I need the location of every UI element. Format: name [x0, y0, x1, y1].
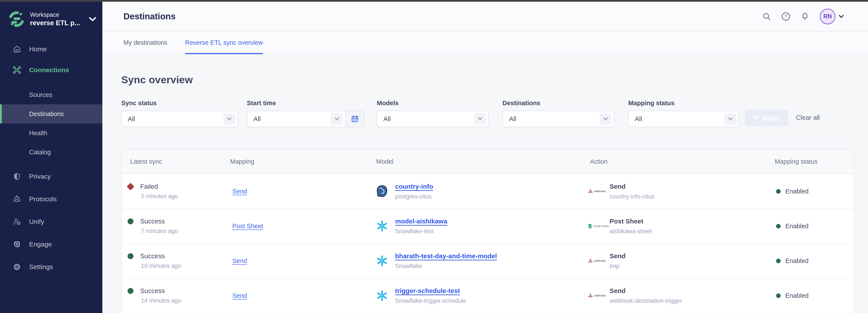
- chevron-down-icon: [331, 113, 343, 125]
- action-name: Send: [610, 183, 654, 190]
- model-link[interactable]: country-info: [395, 183, 433, 190]
- sidebar-subitem-label: Catalog: [29, 149, 51, 156]
- google-sheets-icon: Google Sheets: [588, 224, 610, 228]
- sidebar-item-connections[interactable]: Connections: [0, 60, 102, 81]
- sidebar-subitem-label: Sources: [29, 91, 52, 98]
- shield-icon: [12, 172, 22, 181]
- models-select[interactable]: All: [377, 111, 489, 127]
- main-area: Destinations ? RN My destinations Revers…: [102, 2, 868, 313]
- chevron-down-icon: [89, 17, 96, 22]
- sidebar-item-destinations[interactable]: Destinations: [0, 104, 102, 123]
- workspace-switcher[interactable]: Workspace reverse ETL p...: [0, 2, 102, 27]
- sidebar-item-home[interactable]: Home: [0, 39, 102, 60]
- sync-status: Success: [140, 252, 165, 260]
- tab-my-destinations[interactable]: My destinations: [123, 32, 167, 54]
- sidebar-subitem-label: Health: [29, 130, 48, 137]
- sidebar-item-protocols[interactable]: Protocols: [0, 188, 102, 210]
- mapping-status: Enabled: [785, 292, 808, 299]
- model-source: Snowflake-test: [395, 228, 447, 235]
- table-row: Failed 5 minutes ago Send country-info p…: [122, 174, 854, 209]
- success-status-icon: [128, 218, 133, 224]
- model-source: Snowflake-trigger-schedule: [395, 298, 466, 304]
- mapping-status: Enabled: [785, 188, 808, 195]
- mapping-status-select[interactable]: All: [628, 111, 739, 127]
- chevron-down-icon: [724, 113, 737, 125]
- help-icon[interactable]: ?: [779, 9, 793, 24]
- column-header: Latest sync: [122, 149, 230, 174]
- webhooks-brand-label: webhooks: [594, 190, 606, 193]
- failed-status-icon: [127, 183, 134, 190]
- success-status-icon: [128, 253, 133, 259]
- tab-bar: My destinations Reverse ETL sync overvie…: [102, 32, 868, 54]
- engage-icon: [12, 240, 22, 249]
- workspace-name: reverse ETL p...: [30, 19, 80, 27]
- action-destination: webhook-destination-trigger: [610, 298, 682, 304]
- sync-status: Success: [140, 218, 165, 225]
- clear-all-link[interactable]: Clear all: [796, 114, 820, 121]
- filter-bar: Sync status All Start time All: [121, 99, 854, 127]
- action-cell: Google Sheets Post Sheet aishikawa-sheet: [588, 209, 775, 243]
- mapping-link[interactable]: Send: [232, 257, 247, 264]
- mapping-link[interactable]: Post Sheet: [232, 223, 263, 230]
- model-link[interactable]: trigger-schedule-test: [395, 287, 460, 294]
- notifications-icon[interactable]: [798, 9, 812, 24]
- sidebar-item-engage[interactable]: Engage: [0, 233, 102, 256]
- sidebar-item-label: Unify: [29, 218, 44, 225]
- action-cell: webhooks Send webhook-destination-trigge…: [588, 278, 775, 313]
- sidebar-item-label: Home: [29, 45, 47, 53]
- mapping-status-cell: Enabled: [775, 174, 854, 209]
- model-link[interactable]: bharath-test-day-and-time-model: [395, 252, 497, 260]
- search-icon[interactable]: [760, 9, 774, 24]
- filter-label: Sync status: [121, 99, 238, 107]
- avatar[interactable]: RN: [820, 9, 835, 24]
- mapping-status-cell: Enabled: [775, 278, 854, 313]
- unify-icon: [12, 217, 22, 226]
- chevron-down-icon: [474, 113, 486, 125]
- model-source: Snowflake: [395, 263, 497, 270]
- mapping-link[interactable]: Send: [232, 188, 247, 195]
- success-status-icon: [128, 288, 133, 294]
- sidebar-subitem-label: Destinations: [29, 111, 64, 118]
- enabled-dot-icon: [776, 293, 781, 298]
- sidebar-item-unify[interactable]: Unify: [0, 210, 102, 233]
- model-source: postgres-citus: [395, 193, 433, 200]
- filter-label: Mapping status: [628, 99, 739, 107]
- action-destination: country-info-citus: [610, 193, 654, 200]
- sidebar-item-health[interactable]: Health: [0, 123, 102, 143]
- sync-time: 10 minutes ago: [141, 262, 181, 269]
- model-link[interactable]: model-aishikawa: [395, 218, 447, 225]
- select-value: All: [247, 115, 260, 123]
- sidebar-nav: Home Connections Sources Destinations He…: [0, 39, 102, 278]
- latest-sync-cell: Success 14 minutes ago: [122, 278, 230, 313]
- account-chevron-down-icon[interactable]: [838, 14, 844, 19]
- webhooks-icon: webhooks: [588, 293, 610, 298]
- tab-reverse-etl-sync-overview[interactable]: Reverse ETL sync overview: [185, 32, 263, 54]
- column-header: Model: [375, 149, 588, 174]
- destinations-select[interactable]: All: [502, 111, 614, 127]
- webhooks-icon: webhooks: [588, 259, 610, 263]
- mapping-status-cell: Enabled: [775, 209, 854, 243]
- model-cell: trigger-schedule-test Snowflake-trigger-…: [375, 278, 588, 313]
- action-cell: webhooks Send country-info-citus: [588, 174, 775, 209]
- mapping-status-cell: Enabled: [775, 244, 854, 278]
- calendar-icon[interactable]: [345, 111, 364, 127]
- column-header: Action: [588, 149, 775, 174]
- select-value: All: [629, 115, 642, 123]
- sidebar-item-catalog[interactable]: Catalog: [0, 143, 102, 162]
- svg-text:?: ?: [784, 14, 787, 19]
- filter-icon: [753, 116, 759, 121]
- select-value: All: [503, 115, 516, 123]
- sidebar-item-settings[interactable]: Settings: [0, 256, 102, 278]
- enabled-dot-icon: [776, 259, 781, 263]
- sidebar-item-privacy[interactable]: Privacy: [0, 165, 102, 188]
- latest-sync-cell: Success 10 minutes ago: [122, 244, 230, 278]
- sync-status-select[interactable]: All: [121, 111, 238, 127]
- mapping-link[interactable]: Send: [232, 292, 247, 299]
- apply-button[interactable]: Apply: [745, 110, 788, 126]
- section-divider: [121, 140, 854, 141]
- chevron-down-icon: [223, 113, 235, 125]
- start-time-select[interactable]: All: [247, 111, 364, 127]
- sidebar-item-sources[interactable]: Sources: [0, 85, 102, 104]
- table-row: Success 14 minutes ago Send trigger-sche…: [122, 278, 854, 313]
- action-name: Send: [610, 287, 682, 294]
